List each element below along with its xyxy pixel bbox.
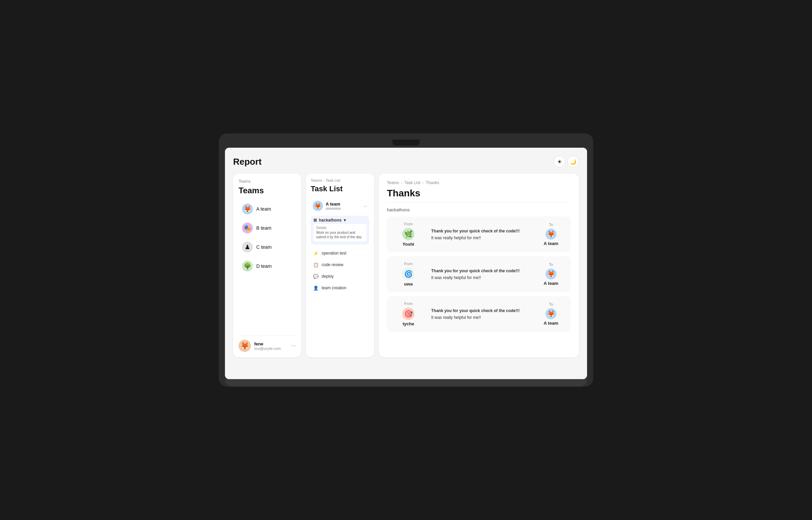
team-name-c: C team (256, 244, 272, 250)
from-label-1: From (404, 262, 413, 266)
main-section-label: hackathons (387, 207, 571, 212)
sidebar-item-b[interactable]: 🎭 B team (239, 220, 296, 236)
task-item-code-review[interactable]: 📋 code review (311, 259, 369, 271)
from-avatar-0: 🌿 (402, 228, 415, 240)
sidebar-item-c[interactable]: ♟ C team (239, 239, 296, 255)
team-name-d: D team (256, 263, 272, 269)
message-line2-0: It was really helpful for me!! (431, 235, 530, 241)
main-breadcrumb: Teams › Task List › Thanks (387, 180, 571, 185)
from-name-2: tyche (403, 321, 414, 326)
details-text: Work on your product and submit it by th… (316, 230, 364, 239)
hackathons-group: ⊞ hackathons ▾ Details Work on your prod… (311, 216, 369, 245)
light-theme-button[interactable]: ☀ (554, 156, 565, 167)
from-person-1: 🌀 uwa (402, 268, 415, 287)
thank-card-2: From 🎯 tyche Thank you for your quick ch… (387, 296, 571, 332)
team-avatar-d: 🌳 (242, 261, 253, 272)
code-review-icon: 📋 (313, 262, 319, 268)
thank-card-0: From 🌿 Yoshi Thank you for your quick ch… (387, 216, 571, 252)
task-team-header: 🦊 A team aaaaaaaa ··· (311, 198, 369, 214)
main-bc-sep2: › (422, 180, 424, 185)
sidebar-user: 🦊 fene xxx@unyte.com ··· (239, 335, 296, 352)
to-team-2: 🦊 A team (544, 308, 558, 326)
operation-test-label: operation test (322, 251, 346, 256)
sidebar-label: Teams (239, 179, 296, 184)
team-list: 🦊 A team 🎭 B team ♟ C team 🌳 D team (239, 201, 296, 274)
dark-theme-button[interactable]: 🌙 (567, 156, 579, 167)
app-title: Report (233, 157, 262, 167)
to-team-1: 🦊 A team (544, 269, 558, 286)
camera-notch (392, 140, 420, 146)
task-panel-breadcrumb: Teams › Task List (311, 178, 369, 182)
task-item-team-creation[interactable]: 👤 team creation (311, 282, 369, 294)
header-icons: ☀ 🌙 (554, 156, 579, 167)
task-team-avatar: 🦊 (313, 201, 323, 211)
details-label: Details (316, 226, 364, 230)
sidebar-title: Teams (239, 186, 296, 195)
thank-card-1: From 🌀 uwa Thank you for your quick chec… (387, 256, 571, 292)
task-team-sub: aaaaaaaa (326, 207, 360, 210)
deploy-icon: 💬 (313, 273, 319, 279)
to-team-avatar-2: 🦊 (546, 308, 556, 319)
sidebar-item-a[interactable]: 🦊 A team (239, 201, 296, 217)
to-block-0: To 🦊 A team (537, 223, 565, 246)
deploy-label: deploy (322, 274, 334, 279)
main-bc-sep1: › (401, 180, 402, 185)
to-label-1: To (549, 262, 553, 266)
from-block-2: From 🎯 tyche (393, 302, 424, 326)
sidebar-item-d[interactable]: 🌳 D team (239, 258, 296, 274)
task-team-dots[interactable]: ··· (363, 203, 367, 209)
message-line1-1: Thank you for your quick check of the co… (431, 268, 530, 274)
main-bc-tasklist[interactable]: Task List (404, 180, 420, 185)
team-avatar-c: ♟ (242, 242, 253, 253)
main-content: Teams › Task List › Thanks Thanks hackat… (379, 174, 579, 357)
card-message-2: Thank you for your quick check of the co… (427, 308, 534, 321)
message-line2-1: It was really helpful for me!! (431, 275, 530, 281)
from-avatar-2: 🎯 (402, 308, 415, 320)
message-line1-2: Thank you for your quick check of the co… (431, 308, 530, 314)
team-creation-label: team creation (322, 286, 346, 290)
from-person-0: 🌿 Yoshi (402, 228, 415, 247)
user-dots[interactable]: ··· (291, 343, 296, 349)
task-panel-title: Task List (311, 184, 369, 193)
task-item-operation-test[interactable]: ⚡ operation test (311, 247, 369, 259)
to-team-name-0: A team (544, 241, 558, 246)
to-team-avatar-1: 🦊 (546, 269, 556, 279)
from-block-0: From 🌿 Yoshi (393, 222, 424, 247)
user-name: fene (254, 341, 288, 346)
laptop-outer: Report ☀ 🌙 Teams Teams 🦊 (219, 133, 593, 387)
main-bc-teams[interactable]: Teams (387, 180, 399, 185)
user-info: fene xxx@unyte.com (254, 341, 288, 351)
main-layout: Teams Teams 🦊 A team 🎭 B team ♟ C team 🌳… (233, 174, 579, 357)
laptop-screen: Report ☀ 🌙 Teams Teams 🦊 (225, 148, 587, 379)
from-person-2: 🎯 tyche (402, 308, 415, 326)
to-label-0: To (549, 223, 553, 227)
to-label-2: To (549, 302, 553, 306)
hackathons-header[interactable]: ⊞ hackathons ▾ (313, 218, 367, 223)
camera-bar (225, 140, 587, 146)
message-line2-2: It was really helpful for me!! (431, 314, 530, 321)
message-line1-0: Thank you for your quick check of the co… (431, 228, 530, 234)
sidebar: Teams Teams 🦊 A team 🎭 B team ♟ C team 🌳… (233, 174, 301, 357)
breadcrumb-teams[interactable]: Teams (311, 178, 322, 182)
main-page-title: Thanks (387, 188, 571, 199)
breadcrumb-tasklist[interactable]: Task List (326, 178, 340, 182)
to-block-1: To 🦊 A team (537, 262, 565, 286)
chevron-down-icon: ▾ (344, 218, 346, 223)
team-name-a: A team (256, 206, 271, 212)
sidebar-top: Teams Teams 🦊 A team 🎭 B team ♟ C team 🌳… (239, 179, 296, 274)
breadcrumb-sep1: › (323, 178, 324, 182)
from-name-1: uwa (404, 281, 412, 287)
to-team-0: 🦊 A team (544, 229, 558, 246)
from-label-2: From (404, 302, 413, 306)
from-block-1: From 🌀 uwa (393, 262, 424, 287)
main-divider (387, 202, 571, 202)
main-bc-thanks[interactable]: Thanks (426, 180, 439, 185)
user-email: xxx@unyte.com (254, 346, 288, 351)
app-header: Report ☀ 🌙 (233, 156, 579, 167)
task-item-deploy[interactable]: 💬 deploy (311, 271, 369, 282)
moon-icon: 🌙 (570, 159, 576, 165)
team-avatar-a: 🦊 (242, 204, 253, 214)
grid-icon: ⊞ (313, 218, 317, 223)
card-message-1: Thank you for your quick check of the co… (427, 268, 534, 281)
task-panel: Teams › Task List Task List 🦊 A team aaa… (306, 174, 374, 357)
